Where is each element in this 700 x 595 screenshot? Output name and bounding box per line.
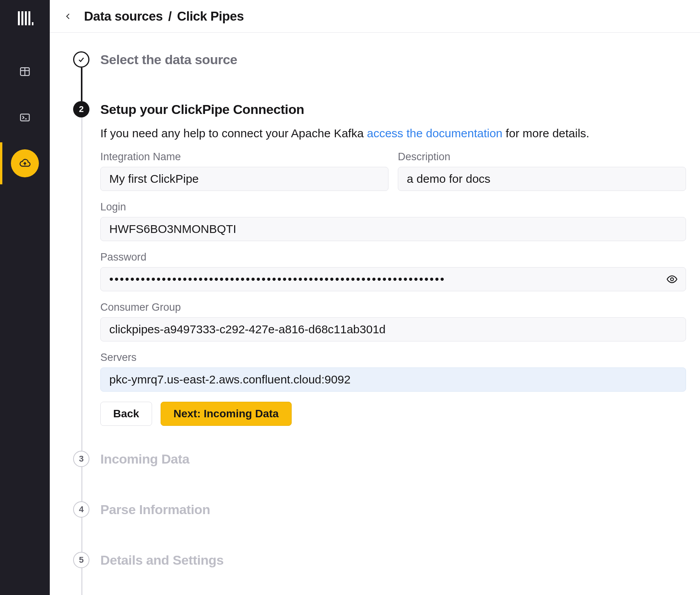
svg-rect-3 bbox=[28, 11, 30, 25]
servers-label: Servers bbox=[100, 352, 686, 364]
step-5-marker: 5 bbox=[73, 552, 89, 568]
sidebar-item-console[interactable] bbox=[0, 96, 50, 138]
integration-name-label: Integration Name bbox=[100, 151, 388, 163]
step-3-marker: 3 bbox=[73, 451, 89, 467]
step-4-marker: 4 bbox=[73, 501, 89, 518]
chevron-left-icon bbox=[64, 12, 72, 21]
field-integration-name: Integration Name bbox=[100, 151, 388, 191]
step-5: 5 Details and Settings bbox=[73, 552, 686, 568]
step-4-title: Parse Information bbox=[100, 501, 210, 517]
step-1-title: Select the data source bbox=[100, 51, 237, 67]
svg-rect-4 bbox=[32, 22, 33, 25]
field-description: Description bbox=[398, 151, 686, 191]
step-2-marker: 2 bbox=[73, 101, 89, 117]
topbar: Data sources / Click Pipes bbox=[50, 0, 700, 33]
field-password: Password bbox=[100, 251, 686, 291]
back-step-button[interactable]: Back bbox=[100, 402, 152, 426]
step-connector bbox=[81, 68, 82, 101]
content: Select the data source 2 Setup your Clic… bbox=[50, 33, 700, 595]
step-1-marker bbox=[73, 51, 89, 68]
svg-rect-8 bbox=[21, 114, 30, 121]
check-icon bbox=[77, 56, 85, 63]
button-row: Back Next: Incoming Data bbox=[100, 402, 686, 426]
consumer-group-label: Consumer Group bbox=[100, 301, 686, 313]
back-button[interactable] bbox=[61, 9, 75, 24]
integration-name-input[interactable] bbox=[100, 167, 388, 191]
step-connector-light bbox=[81, 117, 82, 595]
svg-rect-1 bbox=[21, 11, 23, 25]
step-2-title: Setup your ClickPipe Connection bbox=[100, 101, 304, 117]
step-4: 4 Parse Information bbox=[73, 501, 686, 518]
field-servers: Servers bbox=[100, 352, 686, 392]
step-3: 3 Incoming Data bbox=[73, 451, 686, 467]
sidebar-item-tables[interactable] bbox=[0, 51, 50, 93]
step-2-body: If you need any help to connect your Apa… bbox=[100, 127, 686, 426]
svg-rect-2 bbox=[25, 11, 27, 25]
toggle-password-visibility-button[interactable] bbox=[664, 271, 680, 287]
helper-suffix: for more details. bbox=[502, 127, 589, 140]
terminal-icon bbox=[19, 112, 31, 123]
breadcrumb: Data sources / Click Pipes bbox=[84, 9, 244, 24]
eye-icon bbox=[666, 273, 678, 285]
next-step-button[interactable]: Next: Incoming Data bbox=[161, 402, 292, 426]
consumer-group-input[interactable] bbox=[100, 317, 686, 341]
helper-text: If you need any help to connect your Apa… bbox=[100, 127, 686, 140]
sidebar bbox=[0, 0, 50, 595]
helper-prefix: If you need any help to connect your Apa… bbox=[100, 127, 367, 140]
breadcrumb-parent[interactable]: Data sources bbox=[84, 9, 163, 24]
main: Data sources / Click Pipes Select the da… bbox=[50, 0, 700, 595]
step-5-title: Details and Settings bbox=[100, 552, 224, 568]
login-label: Login bbox=[100, 201, 686, 213]
svg-point-10 bbox=[670, 278, 674, 281]
login-input[interactable] bbox=[100, 217, 686, 241]
servers-input[interactable] bbox=[100, 368, 686, 392]
app-logo bbox=[15, 9, 35, 28]
password-label: Password bbox=[100, 251, 686, 263]
field-login: Login bbox=[100, 201, 686, 241]
documentation-link[interactable]: access the documentation bbox=[367, 127, 502, 140]
step-1: Select the data source bbox=[73, 51, 686, 68]
field-consumer-group: Consumer Group bbox=[100, 301, 686, 341]
sidebar-item-data-sources[interactable] bbox=[0, 142, 50, 184]
description-label: Description bbox=[398, 151, 686, 163]
description-input[interactable] bbox=[398, 167, 686, 191]
table-icon bbox=[19, 66, 31, 77]
breadcrumb-current: Click Pipes bbox=[177, 9, 244, 24]
step-2: 2 Setup your ClickPipe Connection bbox=[73, 101, 686, 117]
svg-rect-0 bbox=[18, 11, 20, 25]
step-3-title: Incoming Data bbox=[100, 451, 189, 467]
cloud-upload-icon bbox=[19, 158, 31, 169]
breadcrumb-separator: / bbox=[168, 9, 172, 24]
password-input[interactable] bbox=[100, 267, 686, 291]
